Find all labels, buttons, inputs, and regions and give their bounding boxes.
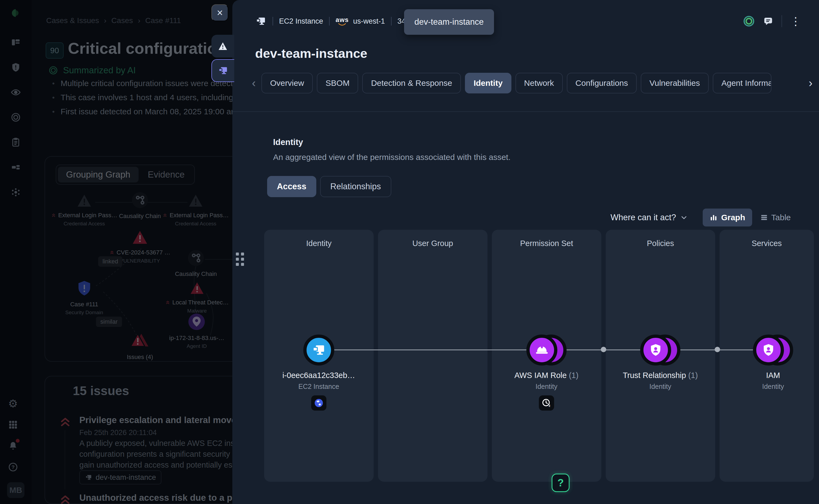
help-button[interactable]: ? — [552, 474, 570, 492]
close-button[interactable]: × — [211, 4, 228, 21]
node-iam[interactable]: IAM Identity — [753, 335, 793, 390]
region-label: us-west-1 — [353, 17, 385, 26]
drawer-tab-asset-active[interactable] — [211, 59, 234, 82]
toggle-access[interactable]: Access — [267, 176, 316, 197]
tab-agent-information[interactable]: Agent Informa — [713, 73, 771, 93]
section-description: An aggregated view of the permissions as… — [273, 153, 511, 162]
tab-detection-response[interactable]: Detection & Response — [362, 73, 461, 93]
column-user-group: User Group — [378, 230, 488, 482]
clock-z-icon: z — [541, 398, 552, 408]
shield-user-icon — [761, 343, 776, 357]
ec2-node-circle — [303, 335, 334, 366]
iam-node-circle — [753, 335, 784, 366]
toggle-relationships[interactable]: Relationships — [320, 176, 391, 197]
chevron-down-icon — [680, 214, 688, 221]
svg-text:z: z — [549, 404, 550, 408]
asset-title: dev-team-instance — [255, 46, 367, 61]
globe-icon — [313, 398, 324, 408]
asset-detail-panel: EC2 Instance aws us-west-1 343059098 dev… — [232, 0, 819, 504]
temporary-credentials-badge: z — [539, 395, 554, 411]
panel-top-actions: ⋮ — [743, 15, 801, 27]
drag-handle[interactable] — [236, 253, 244, 266]
trust-node-circle — [640, 335, 671, 366]
shield-user-icon — [649, 343, 663, 357]
iam-role-helmet-icon — [535, 343, 549, 357]
app-root: ⚙ ? MB Cases & Issues › Cases › Case #11… — [0, 0, 819, 504]
table-list-icon — [760, 214, 768, 221]
iam-role-node-circle — [526, 335, 557, 366]
edge-junction-dot — [601, 347, 606, 352]
ai-assistant-rings-icon[interactable] — [743, 15, 755, 27]
question-mark-icon: ? — [557, 477, 564, 489]
header-divider — [391, 17, 391, 26]
tabs-divider — [232, 111, 819, 112]
close-icon: × — [217, 7, 223, 19]
bar-chart-icon — [710, 214, 717, 221]
aws-logo: aws — [335, 17, 348, 26]
ec2-instance-icon — [255, 16, 266, 27]
tab-network[interactable]: Network — [516, 73, 563, 93]
ec2-instance-icon — [218, 65, 228, 76]
node-aws-iam-role[interactable]: AWS IAM Role (1) Identity z — [515, 335, 579, 411]
edge-junction-dot — [715, 347, 720, 352]
tab-identity[interactable]: Identity — [465, 73, 512, 93]
asset-tabs: ‹ Overview SBOM Detection & Response Ide… — [250, 73, 814, 93]
node-ec2-instance[interactable]: i-0eec6aa12c33eb… EC2 Instance — [282, 335, 355, 411]
tab-configurations[interactable]: Configurations — [567, 73, 637, 93]
tabs-scroll-right-icon[interactable]: › — [807, 77, 814, 90]
internet-exposure-badge — [311, 395, 326, 411]
where-can-it-act-dropdown[interactable]: Where can it act? — [611, 213, 688, 222]
tabs-scroll-left-icon[interactable]: ‹ — [250, 77, 257, 90]
view-table-button[interactable]: Table — [760, 213, 791, 222]
graph-controls: Where can it act? Graph Table — [611, 209, 791, 226]
access-relationships-toggle: Access Relationships — [267, 176, 391, 197]
warning-triangle-icon — [218, 42, 228, 51]
drawer-tab-alerts[interactable] — [211, 35, 234, 58]
tab-sbom[interactable]: SBOM — [317, 73, 358, 93]
asset-type-label: EC2 Instance — [279, 17, 323, 26]
view-graph-button[interactable]: Graph — [703, 209, 752, 226]
asset-name-tooltip: dev-team-instance — [404, 9, 494, 35]
header-divider — [272, 17, 273, 26]
ec2-instance-icon — [312, 343, 326, 357]
header-divider — [329, 17, 329, 26]
node-trust-relationship[interactable]: Trust Relationship (1) Identity — [623, 335, 698, 390]
comments-icon[interactable] — [763, 16, 773, 26]
tab-vulnerabilities[interactable]: Vulnerabilities — [641, 73, 709, 93]
section-heading: Identity — [273, 137, 303, 147]
tab-overview[interactable]: Overview — [261, 73, 313, 93]
actions-divider — [782, 15, 782, 27]
kebab-menu-icon[interactable]: ⋮ — [790, 16, 801, 27]
